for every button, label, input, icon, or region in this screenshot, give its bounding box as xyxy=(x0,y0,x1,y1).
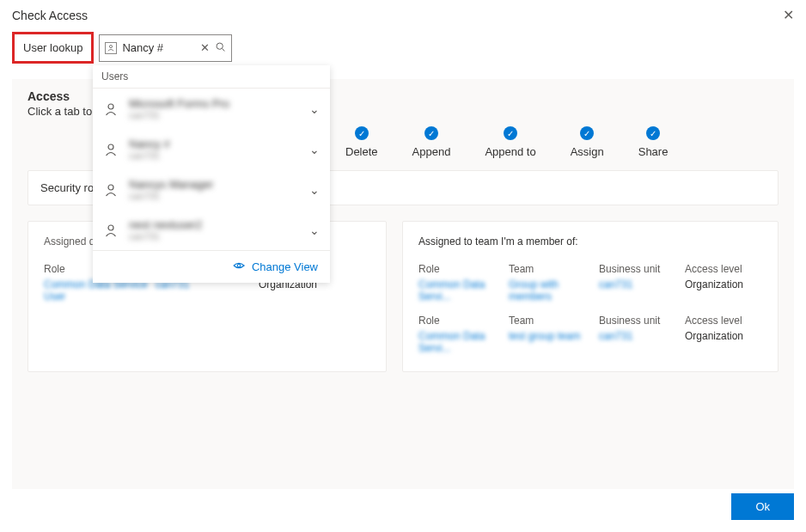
list-item[interactable]: next nextuser2 can731 ⌄ xyxy=(93,210,330,250)
col-access-level: Access level xyxy=(685,315,762,327)
dialog-title: Check Access xyxy=(12,9,88,22)
item-name: Nancy # xyxy=(129,138,299,150)
bu-link[interactable]: can731 xyxy=(599,278,685,303)
check-icon: ✓ xyxy=(504,126,517,140)
item-sub: can731 xyxy=(129,231,299,242)
permission-label: Share xyxy=(638,145,669,158)
access-level-value: Organization xyxy=(685,278,762,303)
access-level-value: Organization xyxy=(685,330,762,354)
chevron-down-icon[interactable]: ⌄ xyxy=(309,183,320,197)
chevron-down-icon[interactable]: ⌄ xyxy=(309,102,320,116)
item-name: Microsoft Forms Pro xyxy=(129,97,299,110)
list-item[interactable]: Nancy # can731 ⌄ xyxy=(93,129,330,169)
permission-assign: ✓ Assign xyxy=(571,126,604,158)
col-business-unit: Business unit xyxy=(599,263,685,275)
person-icon xyxy=(103,223,119,238)
clear-chip-icon[interactable]: ✕ xyxy=(200,41,210,54)
assigned-team-card: Assigned to team I'm a member of: Role T… xyxy=(402,221,779,372)
tab-security-roles[interactable]: Security rol xyxy=(40,181,96,194)
svg-point-1 xyxy=(217,43,223,49)
permission-delete: ✓ Delete xyxy=(345,126,378,158)
col-role: Role xyxy=(418,263,509,275)
permissions-row: ✓ Delete ✓ Append ✓ Append to ✓ Assign ✓… xyxy=(345,126,779,158)
chevron-down-icon[interactable]: ⌄ xyxy=(309,223,320,237)
dropdown-section-label: Users xyxy=(93,65,330,89)
permission-label: Append to xyxy=(485,145,535,158)
list-item[interactable]: Nancys Manager can731 ⌄ xyxy=(93,169,330,210)
svg-point-3 xyxy=(108,104,113,109)
card-title: Assigned to team I'm a member of: xyxy=(418,235,762,248)
col-access-level: Access level xyxy=(685,263,762,275)
user-lookup-label: User lookup xyxy=(12,32,94,64)
chevron-down-icon[interactable]: ⌄ xyxy=(309,143,320,156)
item-sub: can731 xyxy=(129,150,299,161)
team-link[interactable]: Group with members xyxy=(509,278,599,303)
permission-append: ✓ Append xyxy=(412,126,451,158)
svg-line-2 xyxy=(223,48,225,51)
dropdown-footer: Change View xyxy=(93,250,330,283)
close-icon[interactable]: ✕ xyxy=(783,7,794,23)
person-icon xyxy=(103,101,119,117)
role-link[interactable]: Common Data Servi... xyxy=(418,330,509,354)
user-lookup-dropdown: Users Microsoft Forms Pro can731 ⌄ Nancy… xyxy=(93,65,330,283)
item-name: next nextuser2 xyxy=(129,218,299,231)
dropdown-list[interactable]: Microsoft Forms Pro can731 ⌄ Nancy # can… xyxy=(93,89,330,250)
svg-point-5 xyxy=(108,185,113,190)
check-icon: ✓ xyxy=(646,126,660,140)
col-team: Team xyxy=(509,315,599,327)
list-item[interactable]: Microsoft Forms Pro can731 ⌄ xyxy=(93,89,330,129)
change-view-link[interactable]: Change View xyxy=(252,260,318,273)
check-icon: ✓ xyxy=(355,126,369,140)
person-icon xyxy=(103,182,119,198)
svg-point-6 xyxy=(108,225,113,230)
search-icon[interactable] xyxy=(215,41,226,55)
col-role: Role xyxy=(418,315,509,327)
person-icon xyxy=(103,142,119,157)
view-icon xyxy=(233,260,245,274)
item-sub: can731 xyxy=(129,191,299,201)
svg-point-4 xyxy=(108,144,113,150)
permission-label: Delete xyxy=(345,145,378,158)
permission-append-to: ✓ Append to xyxy=(485,126,535,158)
check-icon: ✓ xyxy=(580,126,594,140)
permission-label: Append xyxy=(412,145,451,158)
team-link[interactable]: test group team xyxy=(509,330,599,354)
user-lookup-input[interactable]: Nancy # ✕ xyxy=(99,34,232,62)
col-business-unit: Business unit xyxy=(599,315,685,327)
lookup-chip-text: Nancy # xyxy=(122,41,195,54)
permission-label: Assign xyxy=(571,145,604,158)
check-icon: ✓ xyxy=(424,126,438,140)
item-name: Nancys Manager xyxy=(129,178,299,191)
item-sub: can731 xyxy=(129,110,299,120)
col-team: Team xyxy=(509,263,599,275)
role-link[interactable]: Common Data Servi... xyxy=(418,278,509,303)
entity-icon xyxy=(105,42,117,54)
permission-share: ✓ Share xyxy=(638,126,669,158)
svg-point-7 xyxy=(237,264,241,267)
svg-point-0 xyxy=(110,45,113,47)
bu-link[interactable]: can731 xyxy=(599,330,685,354)
ok-button[interactable]: Ok xyxy=(731,493,794,520)
